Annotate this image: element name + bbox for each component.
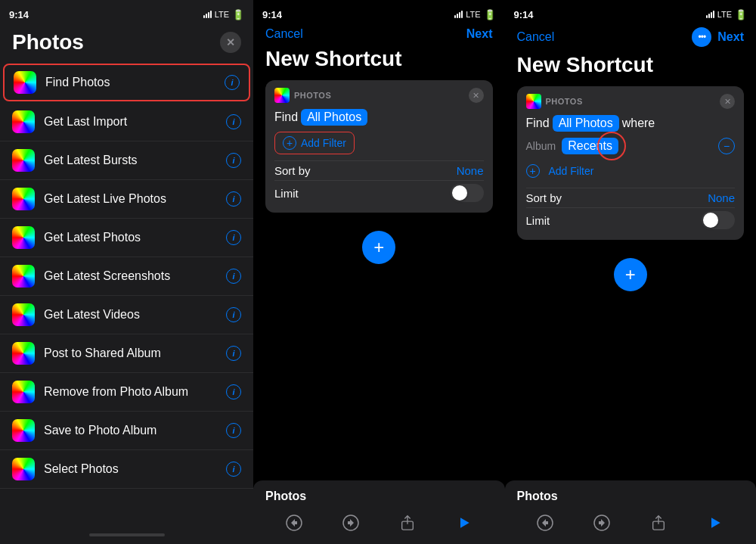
panel-shortcut-2: 9:14 LTE 🔋 Cancel ••• Next New Shortcut … [505, 0, 757, 544]
bottom-handle [0, 529, 253, 544]
info-icon[interactable]: i [226, 346, 241, 361]
info-icon[interactable]: i [226, 191, 241, 207]
info-icon[interactable]: i [226, 307, 241, 322]
sort-by-value-2[interactable]: None [708, 191, 735, 204]
photos-app-icon [12, 110, 35, 133]
all-photos-pill-2[interactable]: All Photos [553, 115, 619, 132]
add-filter-circle-1: + [283, 136, 296, 150]
close-button[interactable]: ✕ [220, 32, 241, 53]
sort-by-value-1[interactable]: None [457, 164, 484, 177]
card-app-label-2: PHOTOS [546, 97, 583, 106]
remove-filter-button[interactable]: − [718, 138, 735, 154]
status-bar-1: 9:14 LTE 🔋 [0, 0, 253, 24]
limit-toggle-2[interactable] [702, 211, 735, 229]
forward-btn-1[interactable] [339, 511, 363, 535]
signal-icon-2 [454, 11, 463, 18]
status-time-3: 9:14 [514, 9, 534, 20]
info-icon[interactable]: i [226, 114, 241, 129]
photos-app-icon [14, 71, 36, 94]
share-btn-2[interactable] [646, 511, 671, 535]
media-controls-1 [265, 511, 493, 535]
add-filter-label-2: Add Filter [549, 165, 594, 177]
list-item-label: Get Latest Live Photos [44, 192, 226, 206]
close-card-button-1[interactable]: ✕ [469, 88, 484, 103]
panel-shortcut-1: 9:14 LTE 🔋 Cancel Next New Shortcut PHOT… [253, 0, 505, 544]
add-filter-label-1: Add Filter [301, 137, 346, 149]
next-button-2[interactable]: Next [717, 30, 744, 44]
info-icon[interactable]: i [226, 230, 241, 245]
network-label-2: LTE [466, 10, 480, 19]
back-btn-1[interactable] [282, 511, 306, 535]
shortcut-title-2: New Shortcut [505, 53, 757, 86]
card-app-label-1: PHOTOS [294, 91, 331, 100]
list-item-get-latest-bursts[interactable]: Get Latest Bursts i [0, 141, 253, 180]
list-item-get-latest-screenshots[interactable]: Get Latest Screenshots i [0, 257, 253, 296]
photos-app-icon [12, 226, 35, 249]
action-row-find-1: Find All Photos [274, 109, 484, 126]
list-item-remove-from-photo-album[interactable]: Remove from Photo Album i [0, 373, 253, 412]
album-label: Album [526, 140, 556, 152]
add-filter-button-1[interactable]: + Add Filter [274, 132, 355, 154]
info-icon[interactable]: i [226, 462, 241, 477]
list-item-select-photos[interactable]: Select Photos i [0, 450, 253, 489]
list-item-get-latest-photos[interactable]: Get Latest Photos i [0, 219, 253, 257]
signal-icon [203, 11, 212, 18]
sort-by-row-2: Sort by None [526, 188, 736, 207]
info-icon[interactable]: i [226, 153, 241, 168]
info-icon-find-photos[interactable]: i [225, 75, 240, 90]
battery-icon: 🔋 [232, 9, 244, 20]
photos-app-icon [12, 381, 35, 403]
add-filter-circle-2: + [526, 164, 540, 178]
media-controls-2 [517, 511, 745, 535]
add-action-fab-1[interactable]: + [362, 231, 395, 264]
next-button-1[interactable]: Next [466, 27, 493, 41]
cancel-button-1[interactable]: Cancel [265, 27, 303, 41]
battery-icon-2: 🔋 [484, 9, 496, 20]
play-btn-1[interactable] [452, 511, 476, 535]
photos-action-list: Find Photos i Get Last Import i Get Late… [0, 62, 253, 529]
list-item-label: Select Photos [44, 462, 226, 476]
limit-row-1: Limit [274, 180, 484, 205]
forward-btn-2[interactable] [590, 511, 614, 535]
action-card-1: PHOTOS ✕ Find All Photos + Add Filter So… [265, 80, 493, 213]
add-filter-button-2[interactable]: + Add Filter [526, 160, 594, 182]
svg-marker-3 [460, 518, 469, 527]
action-card-2: PHOTOS ✕ Find All Photos where Album Rec… [517, 86, 745, 240]
list-item-find-photos[interactable]: Find Photos i [3, 64, 250, 101]
play-btn-2[interactable] [703, 511, 727, 535]
share-btn-1[interactable] [395, 511, 420, 535]
media-bar-1: Photos [253, 480, 505, 544]
info-icon[interactable]: i [226, 423, 241, 438]
photos-app-icon [12, 188, 35, 210]
status-icons-2: LTE 🔋 [454, 9, 495, 20]
media-bar-title-2: Photos [517, 490, 745, 503]
battery-icon-3: 🔋 [735, 9, 747, 20]
action-card-header-2: PHOTOS ✕ [526, 94, 736, 109]
all-photos-pill-1[interactable]: All Photos [301, 109, 367, 126]
info-icon[interactable]: i [226, 269, 241, 284]
list-item-save-to-photo-album[interactable]: Save to Photo Album i [0, 412, 253, 450]
sort-by-label-2: Sort by [526, 191, 562, 204]
cancel-button-2[interactable]: Cancel [517, 30, 555, 44]
back-btn-2[interactable] [533, 511, 557, 535]
list-item-get-latest-videos[interactable]: Get Latest Videos i [0, 296, 253, 334]
add-action-fab-2[interactable]: + [614, 258, 647, 291]
photos-app-icon [12, 303, 35, 326]
status-bar-2: 9:14 LTE 🔋 [253, 0, 505, 24]
photos-app-icon [12, 149, 35, 172]
list-item-label: Get Latest Bursts [44, 154, 226, 167]
list-item-get-last-import[interactable]: Get Last Import i [0, 103, 253, 141]
list-item-post-to-shared-album[interactable]: Post to Shared Album i [0, 334, 253, 373]
status-bar-3: 9:14 LTE 🔋 [505, 0, 757, 24]
close-card-button-2[interactable]: ✕ [720, 94, 735, 109]
svg-marker-7 [711, 518, 720, 527]
list-item-get-latest-live-photos[interactable]: Get Latest Live Photos i [0, 180, 253, 219]
three-dot-menu[interactable]: ••• [692, 27, 711, 47]
media-bar-2: Photos [505, 480, 757, 544]
panel1-header: Photos ✕ [0, 24, 253, 62]
info-icon[interactable]: i [226, 384, 241, 399]
status-time-2: 9:14 [262, 9, 282, 20]
status-time-1: 9:14 [9, 9, 29, 20]
limit-toggle-1[interactable] [451, 184, 484, 202]
limit-label-1: Limit [274, 187, 299, 200]
